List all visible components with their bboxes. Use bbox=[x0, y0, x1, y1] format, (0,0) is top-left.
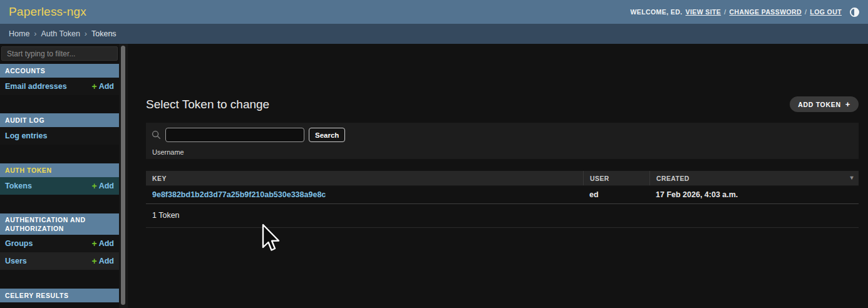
welcome-text: WELCOME, ED. bbox=[631, 8, 683, 16]
plus-icon: + bbox=[92, 256, 97, 266]
brand-link[interactable]: Paperless-ngx bbox=[9, 5, 86, 19]
sidebar-item-label: Log entries bbox=[5, 131, 47, 140]
main-content: Select Token to change ADD TOKEN + Searc… bbox=[128, 44, 868, 308]
result-count: 1 Token bbox=[146, 204, 859, 228]
sidebar-item-label: Tokens bbox=[5, 182, 32, 190]
theme-toggle-icon[interactable] bbox=[850, 8, 859, 17]
plus-icon: + bbox=[845, 100, 850, 109]
sidebar-item-email-addresses[interactable]: Email addresses + Add bbox=[0, 78, 119, 95]
table-row: 9e8f382bd1b2d3d77a25b9f210ab530e338a9e8c… bbox=[146, 186, 859, 204]
sidebar-section-accounts: ACCOUNTS Email addresses + Add bbox=[0, 64, 119, 95]
column-header-key[interactable]: KEY bbox=[146, 171, 583, 185]
results-table: KEY USER CREATED ▾ 9e8f382bd1b2d3d77a25b… bbox=[146, 171, 859, 228]
sidebar-item-users[interactable]: Users + Add bbox=[0, 252, 119, 270]
breadcrumb-separator: › bbox=[85, 29, 87, 38]
add-token-button[interactable]: ADD TOKEN + bbox=[790, 96, 859, 112]
sidebar-section-auth-token: AUTH TOKEN Tokens + Add bbox=[0, 163, 119, 195]
search-icon bbox=[152, 130, 161, 140]
sidebar-item-tokens[interactable]: Tokens + Add bbox=[0, 177, 119, 195]
separator: / bbox=[805, 8, 807, 16]
sidebar-item-label: Email addresses bbox=[5, 82, 67, 91]
column-header-user[interactable]: USER bbox=[583, 171, 649, 185]
search-hint-label: Username bbox=[152, 148, 184, 156]
column-header-created[interactable]: CREATED ▾ bbox=[649, 171, 859, 185]
sidebar-item-groups[interactable]: Groups + Add bbox=[0, 235, 119, 252]
sidebar-section-title-celery-results[interactable]: CELERY RESULTS bbox=[0, 289, 119, 302]
search-module: Search Username bbox=[146, 123, 859, 159]
sidebar-section-authentication: AUTHENTICATION AND AUTHORIZATION Groups … bbox=[0, 213, 119, 270]
token-created-cell: 17 Feb 2026, 4:03 a.m. bbox=[649, 190, 859, 199]
sidebar-item-log-entries[interactable]: Log entries bbox=[0, 127, 119, 145]
sidebar-item-label: Users bbox=[5, 257, 27, 265]
header-bar: Paperless-ngx WELCOME, ED. VIEW SITE / C… bbox=[0, 0, 868, 24]
plus-icon: + bbox=[92, 81, 97, 91]
page-title: Select Token to change bbox=[146, 98, 269, 111]
sidebar-section-title-accounts[interactable]: ACCOUNTS bbox=[0, 64, 119, 78]
sidebar-scrollbar-thumb[interactable] bbox=[121, 46, 125, 305]
add-label: Add bbox=[99, 182, 114, 190]
user-tools: WELCOME, ED. VIEW SITE / CHANGE PASSWORD… bbox=[631, 8, 859, 17]
plus-icon: + bbox=[92, 239, 97, 249]
sidebar-scrollbar bbox=[119, 44, 128, 308]
add-label: Add bbox=[99, 239, 114, 248]
token-key-cell: 9e8f382bd1b2d3d77a25b9f210ab530e338a9e8c bbox=[146, 190, 583, 199]
column-header-created-label: CREATED bbox=[656, 175, 690, 182]
add-token-button-label: ADD TOKEN bbox=[798, 101, 841, 108]
search-button[interactable]: Search bbox=[309, 128, 345, 142]
sidebar-section-title-audit-log[interactable]: AUDIT LOG bbox=[0, 113, 119, 127]
view-site-link[interactable]: VIEW SITE bbox=[686, 8, 721, 16]
sidebar-filter-input[interactable] bbox=[1, 46, 118, 61]
sidebar-item-label: Groups bbox=[5, 239, 33, 248]
breadcrumb-current: Tokens bbox=[91, 29, 116, 38]
sidebar-section-title-auth-token[interactable]: AUTH TOKEN bbox=[0, 163, 119, 177]
table-header-row: KEY USER CREATED ▾ bbox=[146, 171, 859, 186]
add-user-link[interactable]: + Add bbox=[92, 256, 115, 266]
add-token-link[interactable]: + Add bbox=[92, 181, 115, 191]
add-email-address-link[interactable]: + Add bbox=[92, 81, 115, 91]
token-user-cell: ed bbox=[583, 190, 649, 199]
change-password-link[interactable]: CHANGE PASSWORD bbox=[730, 8, 802, 16]
add-label: Add bbox=[99, 257, 114, 265]
breadcrumb: Home › Auth Token › Tokens bbox=[0, 24, 868, 44]
breadcrumb-home-link[interactable]: Home bbox=[9, 29, 29, 38]
add-group-link[interactable]: + Add bbox=[92, 239, 115, 249]
sidebar-section-audit-log: AUDIT LOG Log entries bbox=[0, 113, 119, 145]
logout-link[interactable]: LOG OUT bbox=[810, 8, 842, 16]
add-label: Add bbox=[99, 82, 114, 91]
breadcrumb-separator: › bbox=[34, 29, 36, 38]
plus-icon: + bbox=[92, 181, 97, 191]
breadcrumb-app-link[interactable]: Auth Token bbox=[41, 29, 80, 38]
sort-options-icon[interactable]: ▾ bbox=[850, 174, 854, 181]
separator: / bbox=[724, 8, 726, 16]
nav-sidebar: ACCOUNTS Email addresses + Add AUDIT LOG… bbox=[0, 44, 119, 308]
search-input[interactable] bbox=[165, 128, 304, 142]
sidebar-section-celery-results: CELERY RESULTS bbox=[0, 289, 119, 302]
token-key-link[interactable]: 9e8f382bd1b2d3d77a25b9f210ab530e338a9e8c bbox=[152, 190, 326, 199]
sidebar-section-title-authentication[interactable]: AUTHENTICATION AND AUTHORIZATION bbox=[0, 213, 119, 235]
